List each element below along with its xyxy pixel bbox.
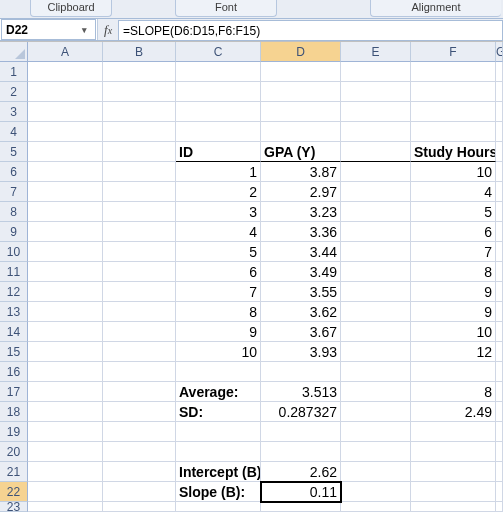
cell-E18[interactable] [341, 402, 411, 422]
cell-B18[interactable] [103, 402, 176, 422]
cell-A2[interactable] [28, 82, 103, 102]
cell-D13[interactable]: 3.62 [261, 302, 341, 322]
cell-E22[interactable] [341, 482, 411, 502]
cell-B20[interactable] [103, 442, 176, 462]
row-header-5[interactable]: 5 [0, 142, 28, 162]
cell-D6[interactable]: 3.87 [261, 162, 341, 182]
cell-G14[interactable] [496, 322, 503, 342]
cell-A7[interactable] [28, 182, 103, 202]
row-header-6[interactable]: 6 [0, 162, 28, 182]
cell-B21[interactable] [103, 462, 176, 482]
cell-A12[interactable] [28, 282, 103, 302]
cell-G19[interactable] [496, 422, 503, 442]
cell-F11[interactable]: 8 [411, 262, 496, 282]
cell-A17[interactable] [28, 382, 103, 402]
cell-G7[interactable] [496, 182, 503, 202]
row-header-17[interactable]: 17 [0, 382, 28, 402]
row-header-18[interactable]: 18 [0, 402, 28, 422]
cell-A9[interactable] [28, 222, 103, 242]
cell-G22[interactable] [496, 482, 503, 502]
cell-E7[interactable] [341, 182, 411, 202]
cell-A15[interactable] [28, 342, 103, 362]
cell-F8[interactable]: 5 [411, 202, 496, 222]
cell-A8[interactable] [28, 202, 103, 222]
cell-D17[interactable]: 3.513 [261, 382, 341, 402]
cell-C11[interactable]: 6 [176, 262, 261, 282]
cell-E5[interactable] [341, 142, 411, 162]
cell-D12[interactable]: 3.55 [261, 282, 341, 302]
chevron-down-icon[interactable]: ▾ [77, 23, 91, 37]
cell-G8[interactable] [496, 202, 503, 222]
cell-B9[interactable] [103, 222, 176, 242]
cell-E10[interactable] [341, 242, 411, 262]
cell-B10[interactable] [103, 242, 176, 262]
cell-D1[interactable] [261, 62, 341, 82]
cell-B22[interactable] [103, 482, 176, 502]
cell-A22[interactable] [28, 482, 103, 502]
cell-C21[interactable]: Intercept (B): [176, 462, 261, 482]
cell-E8[interactable] [341, 202, 411, 222]
cell-A3[interactable] [28, 102, 103, 122]
cell-C5[interactable]: ID [176, 142, 261, 162]
cell-B15[interactable] [103, 342, 176, 362]
cell-A18[interactable] [28, 402, 103, 422]
cell-B14[interactable] [103, 322, 176, 342]
cell-C9[interactable]: 4 [176, 222, 261, 242]
cell-F2[interactable] [411, 82, 496, 102]
cell-A19[interactable] [28, 422, 103, 442]
row-header-22[interactable]: 22 [0, 482, 28, 502]
cell-C13[interactable]: 8 [176, 302, 261, 322]
cell-E14[interactable] [341, 322, 411, 342]
cell-C2[interactable] [176, 82, 261, 102]
cell-D14[interactable]: 3.67 [261, 322, 341, 342]
row-header-3[interactable]: 3 [0, 102, 28, 122]
cell-G6[interactable] [496, 162, 503, 182]
cell-F3[interactable] [411, 102, 496, 122]
cell-F18[interactable]: 2.49 [411, 402, 496, 422]
cell-G23[interactable] [496, 502, 503, 512]
fx-icon[interactable]: fx [102, 22, 114, 38]
cell-F4[interactable] [411, 122, 496, 142]
row-header-11[interactable]: 11 [0, 262, 28, 282]
cell-F16[interactable] [411, 362, 496, 382]
row-header-15[interactable]: 15 [0, 342, 28, 362]
ribbon-group-font[interactable]: Font [175, 0, 277, 17]
cell-D7[interactable]: 2.97 [261, 182, 341, 202]
cell-E4[interactable] [341, 122, 411, 142]
cell-C1[interactable] [176, 62, 261, 82]
cell-A4[interactable] [28, 122, 103, 142]
col-header-F[interactable]: F [411, 42, 496, 62]
cell-A16[interactable] [28, 362, 103, 382]
cell-F13[interactable]: 9 [411, 302, 496, 322]
cell-B13[interactable] [103, 302, 176, 322]
cell-B6[interactable] [103, 162, 176, 182]
cell-D20[interactable] [261, 442, 341, 462]
cell-D2[interactable] [261, 82, 341, 102]
cell-E9[interactable] [341, 222, 411, 242]
cell-A20[interactable] [28, 442, 103, 462]
cell-G4[interactable] [496, 122, 503, 142]
cell-F14[interactable]: 10 [411, 322, 496, 342]
cell-G11[interactable] [496, 262, 503, 282]
cell-F12[interactable]: 9 [411, 282, 496, 302]
cell-G1[interactable] [496, 62, 503, 82]
row-header-23[interactable]: 23 [0, 502, 28, 512]
row-header-16[interactable]: 16 [0, 362, 28, 382]
col-header-D[interactable]: D [261, 42, 341, 62]
cell-G9[interactable] [496, 222, 503, 242]
cell-G18[interactable] [496, 402, 503, 422]
cell-E1[interactable] [341, 62, 411, 82]
cell-F21[interactable] [411, 462, 496, 482]
cell-C19[interactable] [176, 422, 261, 442]
cell-D11[interactable]: 3.49 [261, 262, 341, 282]
row-header-2[interactable]: 2 [0, 82, 28, 102]
cell-F7[interactable]: 4 [411, 182, 496, 202]
cell-C17[interactable]: Average: [176, 382, 261, 402]
cell-C15[interactable]: 10 [176, 342, 261, 362]
cell-B12[interactable] [103, 282, 176, 302]
cell-E23[interactable] [341, 502, 411, 512]
cell-B17[interactable] [103, 382, 176, 402]
cell-B2[interactable] [103, 82, 176, 102]
cell-G15[interactable] [496, 342, 503, 362]
cell-E6[interactable] [341, 162, 411, 182]
